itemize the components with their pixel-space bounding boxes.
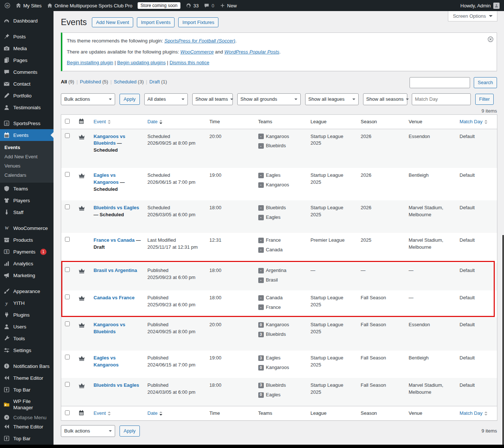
- sidebar-item-notification-bars[interactable]: Notification Bars: [0, 360, 53, 372]
- sidebar-item-collapse-menu[interactable]: Collapse Menu: [0, 413, 53, 421]
- sort-link[interactable]: Date: [148, 410, 158, 416]
- sportspress-plugin-link[interactable]: SportsPress for Football (Soccer): [164, 38, 235, 44]
- sidebar-item-yith[interactable]: yYITH: [0, 297, 53, 309]
- sidebar-item-theme-editor[interactable]: Theme Editor: [0, 372, 53, 384]
- event-title-link[interactable]: France vs Canada: [94, 237, 135, 243]
- sidebar-item-users[interactable]: Users: [0, 321, 53, 332]
- row-checkbox[interactable]: [65, 382, 70, 387]
- grounds-filter-select[interactable]: Show all grounds: [237, 93, 301, 105]
- apply-button[interactable]: Apply: [120, 94, 140, 105]
- sidebar-item-products[interactable]: Products: [0, 234, 53, 246]
- column-header-match-day[interactable]: Match Day: [456, 114, 497, 129]
- woocommerce-link[interactable]: WooCommerce: [180, 49, 214, 55]
- event-title-link[interactable]: Bluebirds vs Eagles: [94, 382, 139, 388]
- new-content-menu[interactable]: New: [220, 3, 237, 8]
- column-header-date[interactable]: Date: [144, 406, 206, 420]
- submenu-item-add-new-event[interactable]: Add New Event: [0, 152, 53, 161]
- sidebar-item-events[interactable]: Events: [0, 129, 53, 141]
- comments-menu[interactable]: 0: [204, 3, 214, 8]
- submenu-item-calendars[interactable]: Calendars: [0, 170, 53, 180]
- sort-link[interactable]: Event: [94, 119, 106, 124]
- site-name-menu[interactable]: Online Multipurpose Sports Club Pro: [47, 3, 132, 8]
- seasons-filter-select[interactable]: Show all seasons: [363, 93, 407, 105]
- row-checkbox[interactable]: [65, 172, 70, 177]
- event-title-link[interactable]: Bluebirds vs Eagles: [94, 205, 139, 210]
- sidebar-item-contact[interactable]: Contact: [0, 78, 53, 90]
- account-menu[interactable]: Howdy, Admin: [460, 3, 500, 9]
- column-header-event[interactable]: Event: [90, 114, 144, 129]
- sidebar-item-comments[interactable]: Comments: [0, 66, 53, 78]
- dismiss-notice-icon[interactable]: [487, 36, 494, 42]
- import-events-button[interactable]: Import Events: [137, 17, 175, 27]
- screen-options-button[interactable]: Screen Options: [448, 11, 497, 21]
- leagues-filter-select[interactable]: Show all leagues: [305, 93, 359, 105]
- event-title-link[interactable]: Kangaroos vs Bluebirds: [94, 322, 125, 334]
- wp-popular-posts-link[interactable]: WordPress Popular Posts: [224, 49, 279, 55]
- sort-link[interactable]: Match Day: [460, 410, 483, 416]
- event-title-link[interactable]: Eagles vs Kangaroos: [94, 355, 119, 368]
- row-checkbox[interactable]: [65, 267, 70, 272]
- search-button[interactable]: Search: [474, 77, 497, 88]
- teams-filter-select[interactable]: Show all teams: [192, 93, 233, 105]
- row-checkbox[interactable]: [65, 133, 70, 138]
- search-input[interactable]: [410, 77, 470, 88]
- sidebar-item-portfolio[interactable]: Portfolio: [0, 90, 53, 101]
- column-header-match-day[interactable]: Match Day: [456, 406, 497, 420]
- submenu-item-events[interactable]: Events: [0, 143, 53, 152]
- sidebar-item-payments[interactable]: $Payments1: [0, 246, 53, 258]
- apply-button-bottom[interactable]: Apply: [120, 425, 140, 437]
- sidebar-item-staff[interactable]: Staff: [0, 206, 53, 218]
- row-checkbox[interactable]: [65, 355, 70, 359]
- column-header-date[interactable]: Date: [144, 114, 206, 129]
- add-new-event-button[interactable]: Add New Event: [92, 17, 133, 27]
- status-link-draft[interactable]: Draft: [149, 79, 160, 85]
- dismiss-notice-link[interactable]: Dismiss this notice: [170, 60, 210, 65]
- sidebar-item-appearance[interactable]: Appearance: [0, 285, 53, 297]
- sidebar-item-top-bar[interactable]: Top Bar: [0, 384, 53, 396]
- sidebar-item-woocommerce[interactable]: WWooCommerce: [0, 222, 53, 234]
- select-all-checkbox[interactable]: [65, 410, 70, 415]
- event-title-link[interactable]: Eagles vs Kangaroos: [94, 172, 119, 185]
- begin-updating-plugins-link[interactable]: Begin updating plugins: [117, 60, 166, 65]
- sort-link[interactable]: Date: [148, 119, 158, 124]
- sidebar-item-wp-file-manager[interactable]: WP File Manager: [0, 396, 53, 413]
- begin-installing-plugin-link[interactable]: Begin installing plugin: [67, 60, 113, 65]
- sidebar-item-marketing[interactable]: Marketing: [0, 269, 53, 281]
- sidebar-item-analytics[interactable]: Analytics: [0, 258, 53, 269]
- row-checkbox[interactable]: [65, 294, 70, 299]
- wordpress-logo-icon[interactable]: W: [4, 3, 10, 8]
- status-link-all[interactable]: All: [61, 79, 67, 85]
- event-title-link[interactable]: Brasil vs Argentina: [94, 268, 137, 273]
- status-link-scheduled[interactable]: Scheduled: [114, 79, 137, 85]
- sort-link[interactable]: Match Day: [460, 119, 483, 124]
- sort-link[interactable]: Event: [94, 410, 106, 416]
- updates-menu[interactable]: 33: [186, 3, 199, 8]
- sidebar-item-plugins[interactable]: Plugins: [0, 309, 53, 321]
- sidebar-item-theme-editor[interactable]: Theme Editor: [0, 421, 53, 433]
- row-checkbox[interactable]: [65, 321, 70, 326]
- match-day-input[interactable]: [412, 93, 471, 105]
- event-title-link[interactable]: Canada vs France: [94, 295, 135, 300]
- select-all-checkbox[interactable]: [65, 119, 70, 124]
- sidebar-item-dashboard[interactable]: Dashboard: [0, 15, 53, 27]
- sidebar-item-settings[interactable]: Settings: [0, 344, 53, 356]
- bulk-actions-select-bottom[interactable]: Bulk actions: [61, 425, 115, 437]
- sidebar-item-media[interactable]: Media: [0, 42, 53, 54]
- column-header-event[interactable]: Event: [90, 406, 144, 420]
- row-checkbox[interactable]: [65, 204, 70, 209]
- sidebar-item-top-bar[interactable]: Top Bar: [0, 433, 53, 444]
- filter-button[interactable]: Filter: [475, 94, 494, 105]
- sidebar-item-posts[interactable]: Posts: [0, 31, 53, 42]
- bulk-actions-select[interactable]: Bulk actions: [61, 93, 115, 105]
- submenu-item-venues[interactable]: Venues: [0, 161, 53, 170]
- row-checkbox[interactable]: [65, 237, 70, 242]
- sidebar-item-sportspress[interactable]: SSportsPress: [0, 117, 53, 129]
- sidebar-item-teams[interactable]: Teams: [0, 183, 53, 194]
- sidebar-item-testimonials[interactable]: Testimonials: [0, 101, 53, 113]
- sidebar-item-players[interactable]: Players: [0, 194, 53, 206]
- status-link-published[interactable]: Published: [80, 79, 101, 85]
- sidebar-item-tools[interactable]: Tools: [0, 332, 53, 344]
- my-sites-menu[interactable]: My Sites: [15, 3, 42, 8]
- import-fixtures-button[interactable]: Import Fixtures: [178, 17, 218, 27]
- dates-filter-select[interactable]: All dates: [144, 93, 188, 105]
